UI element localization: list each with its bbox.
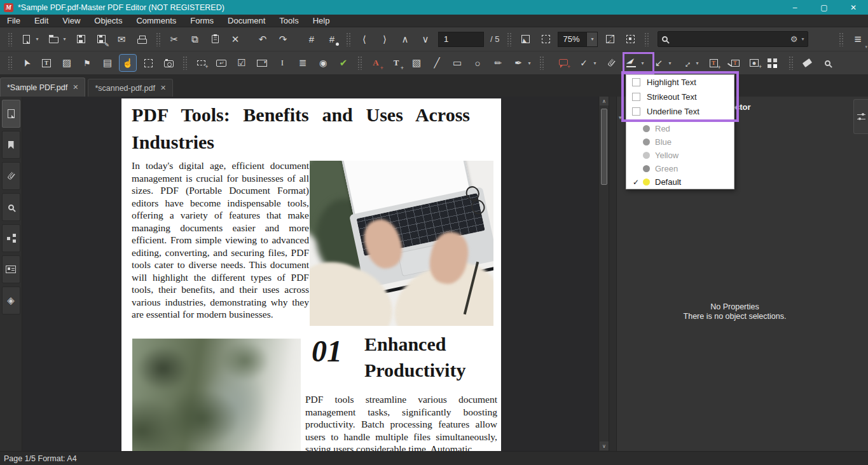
scroll-down-arrow[interactable]: ∨: [600, 441, 609, 450]
sidebar-item-bookmarks[interactable]: [2, 131, 20, 159]
zoom-select[interactable]: 75% ▾: [558, 32, 598, 47]
page-up-button[interactable]: ∧: [397, 31, 413, 48]
zoom-level-value[interactable]: 75%: [558, 32, 587, 47]
edit-image-button[interactable]: ▨: [59, 55, 75, 71]
sidebar-item-structure[interactable]: [2, 224, 20, 252]
sidebar-item-pages[interactable]: [2, 100, 20, 128]
delete-button[interactable]: ✕: [227, 31, 244, 48]
radio-button-tool[interactable]: ◉: [315, 55, 331, 71]
pdf-page[interactable]: PDF Tools: Benefits and Uses Across Indu…: [121, 98, 501, 451]
check-annotation-button[interactable]: ✓: [575, 55, 592, 71]
draw-rectangle-button[interactable]: ▭: [449, 55, 465, 71]
toolbar-grip[interactable]: [8, 56, 12, 70]
callout-button[interactable]: [726, 55, 742, 71]
menu-edit[interactable]: Edit: [27, 15, 55, 27]
menu-item-color-green[interactable]: Green: [626, 162, 734, 175]
draw-line-button[interactable]: ╱: [429, 55, 445, 71]
search-settings-gear-icon[interactable]: ⚙: [790, 34, 798, 44]
toolbar-grip[interactable]: [789, 56, 793, 70]
hand-pan-button[interactable]: ☝: [120, 55, 136, 71]
fit-window-button[interactable]: [602, 31, 618, 48]
document-canvas[interactable]: PDF Tools: Benefits and Uses Across Indu…: [23, 97, 598, 451]
menu-comments[interactable]: Comments: [129, 15, 183, 27]
highlight-text-button[interactable]: [623, 55, 640, 71]
add-text-box-button[interactable]: [388, 55, 404, 71]
show-grid-button[interactable]: #: [303, 31, 320, 48]
sidebar-item-form-fields[interactable]: [2, 255, 20, 283]
edit-document-button[interactable]: ▤: [99, 55, 116, 71]
undo-button[interactable]: ↶: [254, 31, 271, 48]
draw-ellipse-button[interactable]: ○: [469, 55, 486, 71]
stamp-button[interactable]: [746, 55, 762, 71]
edit-text-button[interactable]: [38, 55, 55, 71]
arrow-tool-button[interactable]: ↙: [651, 55, 667, 71]
menu-item-highlight-text[interactable]: Highlight Text: [626, 75, 734, 90]
menu-document[interactable]: Document: [221, 15, 272, 27]
main-menu-button[interactable]: ≡: [850, 31, 866, 48]
menu-item-color-red[interactable]: Red: [626, 122, 734, 135]
push-button-tool[interactable]: [213, 55, 230, 71]
new-document-button[interactable]: [18, 31, 34, 48]
zoom-dropdown-arrow[interactable]: ▾: [587, 32, 598, 47]
menu-view[interactable]: View: [55, 15, 87, 27]
menu-item-strikeout-text[interactable]: Strikeout Text: [626, 90, 734, 104]
save-button[interactable]: [72, 31, 89, 48]
toolbar-grip[interactable]: [839, 32, 843, 46]
send-email-button[interactable]: ✉: [113, 31, 130, 48]
sidebar-item-layers[interactable]: ◈: [2, 286, 20, 314]
select-tool-button[interactable]: ➤: [18, 55, 34, 71]
attach-file-button[interactable]: [603, 55, 619, 71]
sidebar-item-search[interactable]: [2, 193, 20, 221]
toolbar-grip[interactable]: [507, 32, 511, 46]
toolbar-grip[interactable]: [156, 32, 160, 46]
add-text-button[interactable]: [368, 55, 384, 71]
snapshot-button[interactable]: [160, 55, 177, 71]
print-button[interactable]: [134, 31, 150, 48]
properties-flyout-tab[interactable]: [853, 99, 868, 134]
fit-selection-button[interactable]: [622, 31, 638, 48]
menu-forms[interactable]: Forms: [183, 15, 221, 27]
search-input[interactable]: [672, 35, 786, 44]
select-region-button[interactable]: [140, 55, 156, 71]
save-as-button[interactable]: [93, 31, 109, 48]
tab-sample-pdf[interactable]: *Sample PDF.pdf: [0, 78, 85, 97]
next-page-button[interactable]: ⟩: [376, 31, 393, 48]
toolbar-grip[interactable]: [644, 32, 649, 46]
copy-button[interactable]: ⧉: [186, 31, 203, 48]
page-number-input[interactable]: [438, 32, 484, 47]
page-down-button[interactable]: ∨: [417, 31, 434, 48]
cut-button[interactable]: ✂: [166, 31, 183, 48]
menu-item-color-default[interactable]: ✓ Default: [626, 175, 734, 189]
menu-item-color-blue[interactable]: Blue: [626, 135, 734, 149]
check-box-tool[interactable]: ☑: [233, 55, 250, 71]
toolbar-grip[interactable]: [539, 56, 544, 70]
list-box-tool[interactable]: ≣: [294, 55, 311, 71]
panel-collapse-caret[interactable]: ▾: [619, 114, 622, 121]
menu-item-color-yellow[interactable]: Yellow: [626, 149, 734, 162]
panel-divider[interactable]: [609, 97, 617, 451]
double-arrow-button[interactable]: ↔: [678, 55, 694, 71]
add-image-button[interactable]: ▧: [408, 55, 425, 71]
menu-file[interactable]: File: [0, 15, 27, 27]
tab-scanned-pdf[interactable]: *scanned-pdf.pdf: [88, 79, 173, 97]
search-box[interactable]: ⚙ ▾: [658, 31, 808, 47]
menu-objects[interactable]: Objects: [87, 15, 129, 27]
toolbar-grip[interactable]: [183, 56, 187, 70]
sidebar-item-attachments[interactable]: [2, 162, 20, 190]
previous-page-button[interactable]: ⟨: [356, 31, 373, 48]
search-settings-dropdown[interactable]: ▾: [801, 36, 804, 42]
close-button[interactable]: ✕: [839, 0, 868, 15]
vertical-scrollbar[interactable]: ∧ ∨: [598, 97, 609, 451]
sticky-note-button[interactable]: [555, 55, 572, 71]
open-file-button[interactable]: [45, 31, 62, 48]
toolbar-grip[interactable]: [357, 56, 362, 70]
link-tool-button[interactable]: [193, 55, 209, 71]
tile-view-button[interactable]: [766, 55, 783, 71]
menu-help[interactable]: Help: [306, 15, 337, 27]
minimize-button[interactable]: –: [780, 0, 809, 15]
text-annotation-button[interactable]: [705, 55, 722, 71]
zoom-tool-button[interactable]: [819, 55, 836, 71]
text-field-tool[interactable]: [274, 55, 291, 71]
maximize-button[interactable]: ▢: [809, 0, 839, 15]
checkbox-icon[interactable]: [632, 78, 640, 86]
